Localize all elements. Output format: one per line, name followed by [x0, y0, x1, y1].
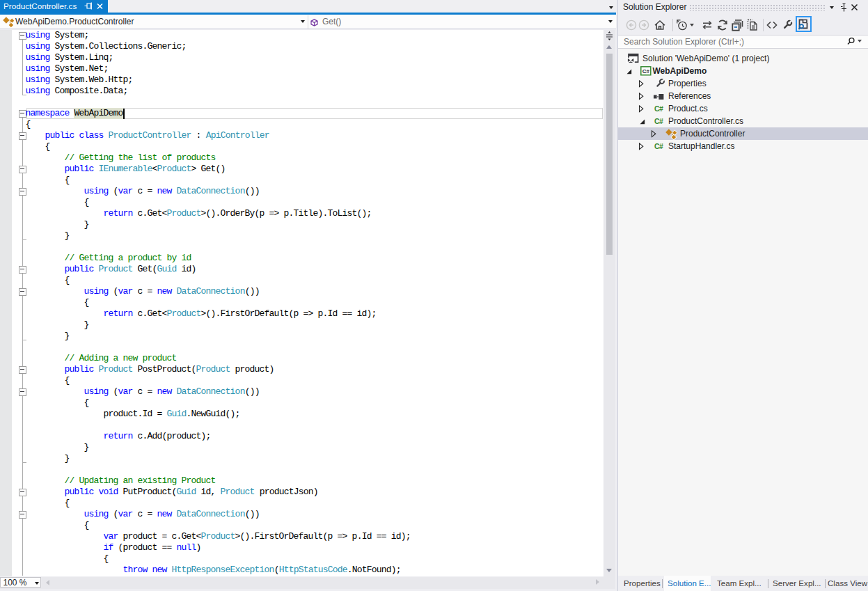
svg-text:C#: C# — [642, 68, 650, 74]
